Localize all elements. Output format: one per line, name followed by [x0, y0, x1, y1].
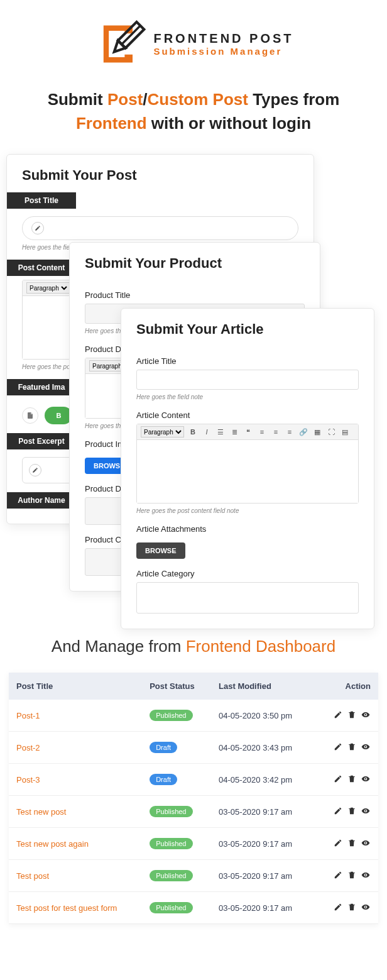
row-status: Published: [142, 892, 211, 924]
row-title[interactable]: Post-2: [9, 732, 142, 764]
trash-icon[interactable]: [347, 710, 357, 720]
row-actions: [313, 764, 378, 796]
status-badge: Published: [150, 806, 192, 817]
trash-icon[interactable]: [347, 902, 357, 912]
post-content-label: Post Content: [7, 260, 76, 276]
editor-toolbar[interactable]: Paragraph B I ☰ ≣ ❝ ≡ ≡ ≡ 🔗 ▦ ⛶ ▤: [137, 424, 358, 440]
status-badge: Draft: [150, 742, 177, 753]
row-actions: [313, 828, 378, 860]
table-row: Post-1Published04-05-2020 3:50 pm: [9, 700, 378, 732]
trash-icon[interactable]: [347, 838, 357, 848]
article-content-editor[interactable]: Paragraph B I ☰ ≣ ❝ ≡ ≡ ≡ 🔗 ▦ ⛶ ▤: [136, 424, 359, 504]
row-status: Draft: [142, 732, 211, 764]
link-icon[interactable]: 🔗: [298, 427, 308, 437]
view-icon[interactable]: [361, 742, 371, 752]
row-title[interactable]: Test post: [9, 860, 142, 892]
trash-icon[interactable]: [347, 806, 357, 816]
status-badge: Published: [150, 870, 192, 881]
view-icon[interactable]: [361, 902, 371, 912]
trash-icon[interactable]: [347, 774, 357, 784]
tagline-accent-post: Post: [107, 90, 143, 109]
align-right-icon[interactable]: ≡: [285, 427, 295, 437]
quote-icon[interactable]: ❝: [243, 427, 253, 437]
row-title[interactable]: Test post for test guest form: [9, 892, 142, 924]
post-title-input[interactable]: [22, 216, 298, 240]
view-icon[interactable]: [361, 774, 371, 784]
row-status: Draft: [142, 764, 211, 796]
row-title[interactable]: Test new post again: [9, 828, 142, 860]
status-badge: Published: [150, 838, 192, 849]
post-excerpt-label: Post Excerpt: [7, 433, 76, 449]
table-row: Test postPublished03-05-2020 9:17 am: [9, 860, 378, 892]
row-status: Published: [142, 860, 211, 892]
card-submit-article: Submit Your Article Article Title Here g…: [121, 308, 374, 629]
product-title-label: Product Title: [85, 290, 305, 300]
editor-area[interactable]: [137, 440, 358, 503]
bold-icon[interactable]: B: [188, 427, 198, 437]
list-number-icon[interactable]: ≣: [229, 427, 239, 437]
tagline-sep: /: [143, 90, 147, 109]
paragraph-select[interactable]: Paragraph: [141, 426, 184, 438]
view-icon[interactable]: [361, 870, 371, 880]
logo-line2: Submission Manager: [153, 46, 293, 57]
row-actions: [313, 700, 378, 732]
view-icon[interactable]: [361, 710, 371, 720]
card-title: Submit Your Product: [70, 243, 320, 280]
view-icon[interactable]: [361, 838, 371, 848]
table-row: Post-3Draft04-05-2020 3:42 pm: [9, 764, 378, 796]
italic-icon[interactable]: I: [202, 427, 212, 437]
edit-icon[interactable]: [333, 806, 343, 816]
file-icon: [22, 407, 38, 424]
author-name-label: Author Name: [7, 492, 76, 509]
more-icon[interactable]: ▤: [340, 427, 350, 437]
status-badge: Draft: [150, 774, 177, 785]
row-modified: 03-05-2020 9:17 am: [211, 828, 313, 860]
row-status: Published: [142, 700, 211, 732]
list-bullet-icon[interactable]: ☰: [215, 427, 226, 437]
article-content-label: Article Content: [136, 410, 359, 420]
align-left-icon[interactable]: ≡: [257, 427, 267, 437]
align-center-icon[interactable]: ≡: [271, 427, 281, 437]
insert-icon[interactable]: ▦: [312, 427, 322, 437]
upload-button[interactable]: B: [45, 407, 72, 424]
paragraph-select[interactable]: Paragraph: [26, 282, 70, 294]
table-row: Post-2Draft04-05-2020 3:43 pm: [9, 732, 378, 764]
tagline-text: Submit: [48, 90, 107, 109]
browse-button[interactable]: BROWSE: [136, 542, 185, 559]
view-icon[interactable]: [361, 806, 371, 816]
row-modified: 03-05-2020 9:17 am: [211, 860, 313, 892]
trash-icon[interactable]: [347, 742, 357, 752]
edit-icon[interactable]: [333, 710, 343, 720]
article-title-label: Article Title: [136, 356, 359, 366]
status-badge: Published: [150, 710, 192, 721]
fullscreen-icon[interactable]: ⛶: [326, 427, 336, 437]
row-title[interactable]: Post-3: [9, 764, 142, 796]
article-category-input[interactable]: [136, 582, 359, 614]
trash-icon[interactable]: [347, 870, 357, 880]
col-modified: Last Modified: [211, 673, 313, 700]
row-modified: 03-05-2020 9:17 am: [211, 796, 313, 828]
row-title[interactable]: Test new post: [9, 796, 142, 828]
article-category-label: Article Category: [136, 569, 359, 578]
edit-icon[interactable]: [333, 870, 343, 880]
tagline-text: with or without login: [147, 114, 311, 133]
col-action: Action: [313, 673, 378, 700]
dashboard-wrap: Post Title Post Status Last Modified Act…: [0, 673, 387, 943]
row-modified: 04-05-2020 3:42 pm: [211, 764, 313, 796]
edit-icon[interactable]: [333, 902, 343, 912]
logo-mark: [93, 18, 146, 70]
edit-icon[interactable]: [333, 742, 343, 752]
article-title-input[interactable]: [136, 370, 359, 390]
hero-logo: FRONTEND POST Submission Manager: [0, 0, 387, 82]
row-actions: [313, 732, 378, 764]
logo-text: FRONTEND POST Submission Manager: [153, 31, 293, 57]
tagline-accent-frontend: Frontend: [76, 114, 147, 133]
row-actions: [313, 892, 378, 924]
edit-icon[interactable]: [333, 774, 343, 784]
article-content-note: Here goes the post content field note: [136, 507, 359, 514]
row-actions: [313, 860, 378, 892]
row-title[interactable]: Post-1: [9, 700, 142, 732]
table-row: Test new postPublished03-05-2020 9:17 am: [9, 796, 378, 828]
post-title-label: Post Title: [7, 192, 76, 209]
edit-icon[interactable]: [333, 838, 343, 848]
